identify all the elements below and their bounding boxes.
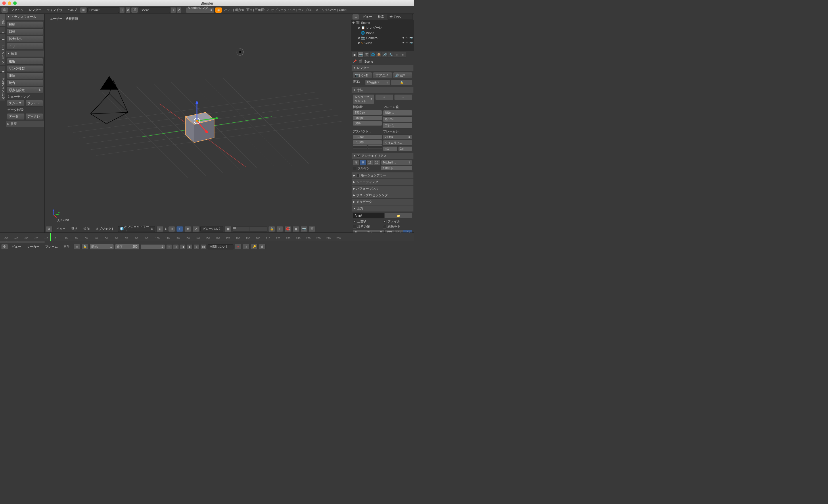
lamp-object[interactable] (237, 49, 244, 98)
aa-samples[interactable]: 581116 (353, 160, 380, 165)
lock-range-icon[interactable]: 🔒 (81, 244, 88, 250)
orientation-selector[interactable]: グローバル ⇕ (200, 226, 223, 232)
duplicate-button[interactable]: 複製 (7, 58, 43, 65)
tab-scene-icon[interactable]: 🎬 (364, 52, 370, 57)
pin-icon[interactable]: 📌 (353, 59, 357, 63)
auto-keyframe-icon[interactable]: ● (235, 244, 242, 250)
timeline-marker-menu[interactable]: マーカー (25, 244, 42, 250)
delete-button[interactable]: 削除 (7, 73, 43, 79)
cache-check[interactable] (383, 225, 386, 228)
snap-icon[interactable]: 🧲 (284, 226, 291, 232)
tab-data-icon[interactable]: ▽ (394, 52, 400, 57)
select-menu[interactable]: 選択 (69, 226, 80, 232)
resolution-pct[interactable]: 50% (353, 121, 382, 126)
transform-panel-header[interactable]: トランスフォーム (6, 14, 44, 20)
dimensions-panel-header[interactable]: 寸法 (351, 87, 413, 93)
tab-render-layers-icon[interactable]: 📷 (358, 52, 364, 57)
frame-end[interactable]: 最: 250 (383, 117, 412, 122)
color-mode[interactable]: BWRGRG (385, 230, 412, 232)
delete-scene-button[interactable]: ✕ (176, 7, 182, 13)
history-panel-header[interactable]: 履歴 (6, 121, 44, 127)
keyframe-prev-icon[interactable]: ◁ (173, 244, 179, 249)
fps[interactable]: 24 fps⇕ (383, 134, 412, 139)
snap-target-icon[interactable]: ▦ (292, 226, 299, 232)
render-engine[interactable]: Blenderレンダー⇕ (186, 7, 214, 13)
add-layout-button[interactable]: + (120, 7, 125, 13)
keyframe-next-icon[interactable]: ▷ (194, 244, 200, 249)
old-map[interactable]: ◂ 1 (383, 146, 397, 151)
view-menu[interactable]: ビュー (54, 226, 68, 232)
output-path[interactable]: /tmp/ (353, 213, 384, 218)
viewport-shading-icon[interactable]: ● (156, 226, 163, 232)
manipulator-scale-icon[interactable]: ⤢ (192, 226, 199, 232)
frame-step[interactable]: フレ: 1 (383, 123, 412, 129)
file-format[interactable]: 🖼 PNG ⇕ (353, 230, 384, 232)
placeholder-check[interactable] (353, 225, 356, 228)
edit-panel-header[interactable]: 編集 (6, 51, 44, 57)
mirror-button[interactable]: ミラー (7, 43, 43, 49)
data-layout-button[interactable]: データレ (25, 113, 43, 120)
keying-set-icon[interactable]: ⇕ (243, 244, 250, 250)
overwrite-check[interactable] (353, 220, 356, 223)
rotate-button[interactable]: 回転 (7, 29, 43, 35)
editor-type-icon[interactable]: ⓘ (1, 7, 8, 13)
translate-button[interactable]: 移動 (7, 21, 43, 28)
tab-create[interactable]: 作成 (0, 27, 6, 33)
join-button[interactable]: 統合 (7, 80, 43, 86)
render-panel-header[interactable]: レンダー (351, 65, 413, 71)
timeline-view-menu[interactable]: ビュー (9, 244, 23, 250)
menu-help[interactable]: ヘルプ (65, 7, 79, 13)
delete-layout-button[interactable]: ✕ (125, 7, 130, 13)
pixel-filter[interactable]: 1.000 p (381, 166, 412, 171)
screen-layout[interactable]: Default (87, 7, 119, 13)
outliner-filter[interactable]: 全てのシ (387, 14, 413, 20)
timeline-type-icon[interactable]: ⏱ (1, 244, 8, 250)
play-reverse-icon[interactable]: ◀ (180, 244, 186, 249)
add-menu[interactable]: 追加 (81, 226, 92, 232)
performance-header[interactable]: パフォーマンス (351, 186, 413, 192)
scale-button[interactable]: 拡大縮小 (7, 36, 43, 42)
menu-window[interactable]: ウィンドウ (44, 7, 65, 13)
lock-icon[interactable]: 🔒 (391, 80, 413, 85)
tab-constraints-icon[interactable]: 🔗 (382, 52, 388, 57)
frame-start[interactable]: 開始: 1 (383, 110, 412, 116)
object-menu[interactable]: オブジェクト (93, 226, 117, 232)
jump-last-icon[interactable]: ⏭ (201, 244, 206, 249)
play-icon[interactable]: ▶ (187, 244, 193, 249)
tab-tools[interactable]: ツール (0, 14, 6, 27)
outliner-tree[interactable]: ⊖🎬Scene ⊕📋レンダーレ 🌐World ⊕📷Camera👁↖📷 ⊕▽Cub… (351, 20, 414, 51)
camera-object[interactable] (91, 77, 128, 124)
aa-filter[interactable]: Mitchell-...⇕ (381, 160, 412, 165)
new-map[interactable]: 1 ▸ (398, 146, 413, 151)
aspect-x[interactable]: : 1.000 (353, 134, 382, 139)
lock-camera-icon[interactable]: 🔒 (268, 226, 275, 232)
scene-selector[interactable]: Scene (138, 7, 170, 13)
link-duplicate-button[interactable]: リンク複製 (7, 65, 43, 72)
shading-header[interactable]: シェーディング (351, 179, 413, 185)
pivot-icon[interactable]: ⊙ (168, 226, 175, 232)
range-icon[interactable]: ▭ (73, 244, 80, 250)
timeline-frame-menu[interactable]: フレーム (43, 244, 60, 250)
output-panel-header[interactable]: 出力 (351, 205, 413, 212)
menu-file[interactable]: ファイル (9, 7, 26, 13)
fullsample-check[interactable] (353, 167, 356, 170)
current-frame[interactable]: 1 (140, 244, 165, 249)
insert-key-icon[interactable]: 🔑 (251, 244, 258, 250)
layer-buttons[interactable] (233, 226, 267, 232)
layout-icon[interactable]: ⊞ (80, 7, 87, 13)
aa-panel-header[interactable]: アンチエイリアス (351, 153, 413, 159)
manipulator-translate-icon[interactable]: ↕ (176, 226, 183, 232)
set-origin-button[interactable]: 原点を設定⇕ (7, 87, 43, 93)
border-check[interactable] (353, 145, 367, 149)
tab-modifiers-icon[interactable]: 🔧 (388, 52, 394, 57)
crop-check[interactable] (368, 145, 382, 149)
proportional-edit-icon[interactable]: ○ (276, 226, 283, 232)
3d-viewport[interactable]: ユーザー・透視投影 zy (1) Cube ◈ ビュー 選択 追加 オブジェクト… (45, 14, 351, 232)
remove-preset-button[interactable]: − (394, 94, 412, 100)
smooth-button[interactable]: スムーズ (7, 100, 25, 106)
opengl-render-icon[interactable]: 📷 (300, 226, 307, 232)
file-ext-check[interactable] (383, 220, 386, 223)
timeline[interactable]: -50-40-30-20-100102030405060708090100110… (0, 232, 414, 241)
layers-icon[interactable]: ▦ (224, 226, 232, 232)
tab-world-icon[interactable]: 🌐 (370, 52, 376, 57)
